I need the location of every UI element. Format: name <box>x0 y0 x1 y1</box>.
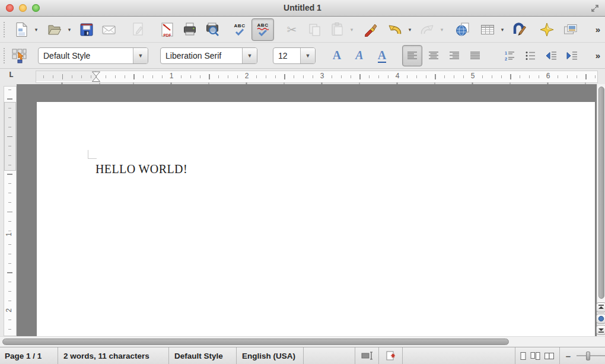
tab-stop-selector[interactable]: L <box>6 71 17 81</box>
previous-page-button[interactable] <box>596 302 605 312</box>
font-name-value: Liberation Serif <box>161 51 242 60</box>
document-text[interactable]: HELLO WORLD! <box>95 162 187 176</box>
multi-page-view-icon[interactable] <box>530 352 540 360</box>
auto-spellcheck-button[interactable]: ABC <box>251 18 274 41</box>
ruler-number: 2 <box>243 72 251 81</box>
page-style-status[interactable]: Default Style <box>169 347 236 364</box>
language-status[interactable]: English (USA) <box>237 347 303 364</box>
save-button[interactable] <box>76 19 97 40</box>
numbered-list-button[interactable]: 1 2 <box>500 46 519 66</box>
ruler-number: 2 <box>5 307 13 314</box>
styles-and-formatting-button[interactable] <box>8 45 30 66</box>
selection-mode-status[interactable] <box>355 347 378 364</box>
document-modified-icon <box>386 350 396 361</box>
navigator-button[interactable] <box>536 19 558 40</box>
vertical-ruler[interactable]: 1 2 <box>4 86 17 336</box>
paragraph-style-value: Default Style <box>39 51 133 60</box>
table-dropdown[interactable]: ▾ <box>498 19 507 40</box>
ruler-number: 6 <box>544 72 552 81</box>
print-button[interactable] <box>179 19 200 40</box>
zoom-out-button[interactable]: – <box>566 351 571 361</box>
hyperlink-button[interactable] <box>452 19 473 40</box>
open-folder-icon <box>47 23 62 37</box>
resize-icon[interactable] <box>590 3 600 14</box>
new-document-dropdown[interactable]: ▾ <box>32 19 40 40</box>
ruler-number: 5 <box>469 72 477 81</box>
underline-button[interactable]: A <box>371 45 393 66</box>
bold-button[interactable]: A <box>326 45 348 66</box>
horizontal-ruler[interactable]: 1 2 3 4 5 6 <box>36 71 598 83</box>
document-modified-status[interactable] <box>379 347 402 364</box>
open-button[interactable] <box>44 19 65 40</box>
ruler-number: 1 <box>5 231 13 238</box>
redo-dropdown: ▾ <box>438 19 446 40</box>
cut-scissors-icon: ✂ <box>287 23 297 37</box>
align-right-button[interactable] <box>445 46 464 66</box>
edit-file-icon <box>130 22 145 37</box>
single-page-view-icon[interactable] <box>520 352 527 360</box>
draw-functions-button[interactable] <box>509 19 530 40</box>
navigation-button[interactable] <box>596 314 605 324</box>
font-size-dropdown[interactable]: ▼ <box>300 48 315 63</box>
italic-button[interactable]: A <box>349 45 370 66</box>
zoom-slider[interactable] <box>577 355 605 356</box>
indent-marker[interactable] <box>90 71 102 82</box>
bold-icon: A <box>333 49 341 62</box>
decrease-indent-icon <box>544 49 558 62</box>
font-size-combo[interactable]: 12 ▼ <box>273 47 316 64</box>
zoom-slider-thumb[interactable] <box>586 352 590 360</box>
bullet-list-button[interactable] <box>521 46 540 66</box>
insert-table-button[interactable] <box>477 19 498 40</box>
word-count-status[interactable]: 2 words, 11 characters <box>58 347 168 364</box>
increase-indent-button[interactable] <box>562 46 581 66</box>
copy-button <box>304 19 325 40</box>
auto-spellcheck-check-icon <box>258 30 268 36</box>
font-name-combo[interactable]: Liberation Serif ▼ <box>160 47 257 64</box>
document-page[interactable]: HELLO WORLD! <box>37 102 595 336</box>
gallery-icon <box>563 23 578 37</box>
export-pdf-button[interactable]: PDF <box>157 19 178 40</box>
paste-button <box>326 19 348 40</box>
page-number-status[interactable]: Page 1 / 1 <box>0 347 58 364</box>
horizontal-scrollbar[interactable] <box>0 336 605 347</box>
pdf-icon-label: PDF <box>157 33 178 37</box>
bullet-list-icon <box>524 49 537 62</box>
gallery-button[interactable] <box>560 19 581 40</box>
horizontal-scrollbar-thumb[interactable] <box>2 339 509 345</box>
print-preview-button[interactable] <box>202 19 223 40</box>
font-size-value: 12 <box>273 51 300 60</box>
spellcheck-button[interactable]: ABC <box>229 19 250 40</box>
decrease-indent-button[interactable] <box>542 46 561 66</box>
new-document-icon <box>14 22 29 37</box>
toolbar-drag-handle[interactable] <box>4 48 5 63</box>
undo-button[interactable] <box>384 19 406 40</box>
ruler-number: 1 <box>168 72 176 81</box>
styles-and-formatting-icon <box>11 47 27 64</box>
formatting-toolbar-overflow[interactable]: » <box>596 43 600 68</box>
paragraph-style-dropdown[interactable]: ▼ <box>133 48 148 63</box>
font-name-dropdown[interactable]: ▼ <box>242 48 257 63</box>
vertical-scrollbar[interactable] <box>597 84 605 336</box>
document-background: HELLO WORLD! <box>17 84 597 336</box>
email-button[interactable] <box>98 19 120 40</box>
toolbar-drag-handle[interactable] <box>4 22 5 37</box>
clone-formatting-button[interactable] <box>359 19 381 40</box>
justify-button[interactable] <box>466 46 485 66</box>
copy-icon <box>307 23 321 37</box>
redo-arrow-icon <box>419 23 435 37</box>
open-dropdown[interactable]: ▾ <box>65 19 74 40</box>
paragraph-style-combo[interactable]: Default Style ▼ <box>38 47 148 64</box>
align-center-button[interactable] <box>424 46 443 66</box>
book-view-icon[interactable] <box>544 352 555 360</box>
undo-dropdown[interactable]: ▾ <box>406 19 414 40</box>
vertical-scrollbar-thumb[interactable] <box>598 87 604 299</box>
insert-mode-status[interactable] <box>304 347 355 364</box>
status-bar: Page 1 / 1 2 words, 11 characters Defaul… <box>0 347 605 364</box>
standard-toolbar-overflow[interactable]: » <box>596 17 600 42</box>
new-document-button[interactable] <box>11 19 32 40</box>
align-left-button[interactable] <box>402 45 422 66</box>
navigation-dot-icon <box>598 315 604 322</box>
ruler-ticks-half <box>36 74 597 79</box>
next-page-button[interactable] <box>596 325 605 335</box>
title-bar[interactable]: Untitled 1 <box>0 0 605 17</box>
